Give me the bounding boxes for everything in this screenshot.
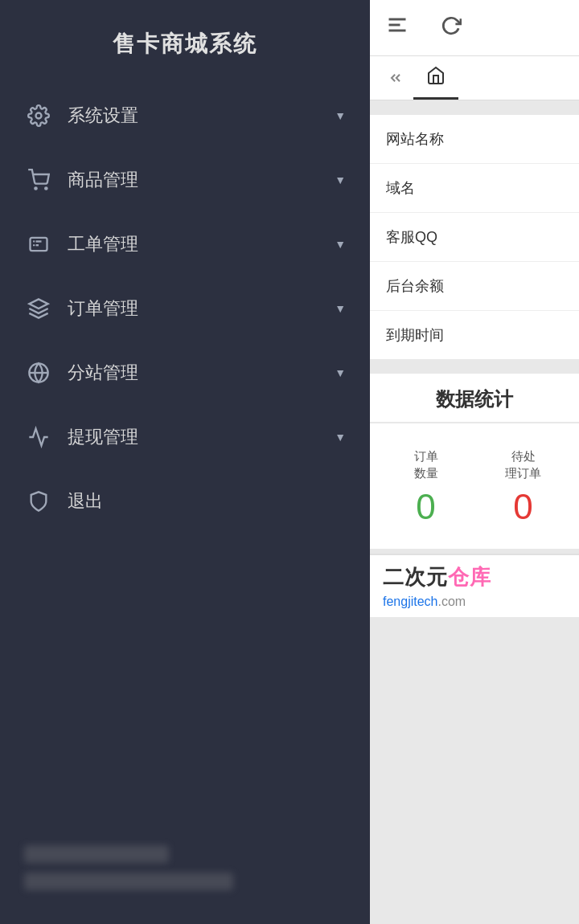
shield-icon: [24, 487, 53, 516]
svg-marker-8: [29, 299, 47, 309]
stat-value-pending-orders: 0: [513, 489, 532, 525]
svg-point-7: [33, 244, 35, 246]
sidebar-item-ticket-management[interactable]: 工单管理 ▼: [0, 212, 370, 276]
info-row-qq: 客服QQ: [370, 213, 579, 262]
tab-home[interactable]: [413, 56, 458, 100]
sidebar-item-logout-label: 退出: [68, 489, 346, 513]
stat-value-order-count: 0: [416, 489, 435, 525]
info-row-domain: 域名: [370, 164, 579, 213]
stat-label-pending-orders: 待处 理订单: [505, 448, 541, 481]
content-area: 网站名称 域名 客服QQ 后台余额 到期时间 数据统计 订单: [370, 100, 579, 924]
info-label-qq: 客服QQ: [386, 227, 437, 247]
app-title: 售卡商城系统: [0, 0, 370, 84]
right-panel: 网站名称 域名 客服QQ 后台余额 到期时间 数据统计 订单: [370, 0, 579, 924]
sidebar-footer: [0, 829, 370, 908]
refresh-icon[interactable]: [441, 15, 462, 41]
gear-icon: [24, 101, 53, 130]
chevron-down-icon: ▼: [335, 431, 346, 444]
sidebar: 售卡商城系统 系统设置 ▼ 商品管理 ▼: [0, 0, 370, 924]
stat-card-order-count: 订单 数量 0: [378, 440, 474, 533]
watermark-main-text: 二次元仓库: [383, 563, 491, 591]
info-row-balance: 后台余额: [370, 262, 579, 311]
info-label-balance: 后台余额: [386, 276, 444, 296]
info-label-domain: 域名: [386, 178, 415, 198]
svg-point-2: [45, 187, 47, 189]
sidebar-item-branch-management[interactable]: 分站管理 ▼: [0, 341, 370, 405]
chevron-down-icon: ▼: [335, 109, 346, 122]
stat-card-pending-orders: 待处 理订单 0: [475, 440, 571, 533]
sidebar-item-withdrawal-management-label: 提现管理: [68, 425, 326, 449]
stat-label-order-count: 订单 数量: [414, 448, 438, 481]
watermark-sub-text: fengjitech.com: [383, 595, 466, 609]
chevron-down-icon: ▼: [335, 174, 346, 186]
chevron-down-icon: ▼: [335, 238, 346, 251]
stats-title: 数据统计: [370, 374, 579, 422]
sidebar-item-system-settings-label: 系统设置: [68, 104, 326, 128]
chevron-down-icon: ▼: [335, 302, 346, 315]
menu-icon[interactable]: [386, 14, 409, 42]
chevron-down-icon: ▼: [335, 366, 346, 379]
sidebar-footer-blur-2: [24, 873, 233, 890]
sidebar-item-product-management-label: 商品管理: [68, 168, 326, 192]
stats-grid: 订单 数量 0 待处 理订单 0: [370, 423, 579, 549]
tab-back-button[interactable]: [378, 56, 413, 100]
info-label-expiry: 到期时间: [386, 325, 444, 345]
layers-icon: [24, 294, 53, 323]
info-table: 网站名称 域名 客服QQ 后台余额 到期时间: [370, 115, 579, 359]
sidebar-item-logout[interactable]: 退出: [0, 469, 370, 534]
sidebar-item-branch-management-label: 分站管理: [68, 361, 326, 385]
svg-point-1: [35, 187, 36, 189]
info-row-website-name: 网站名称: [370, 115, 579, 164]
toolbar: [370, 0, 579, 56]
svg-point-0: [36, 113, 42, 119]
globe-icon: [24, 358, 53, 387]
pulse-icon: [24, 423, 53, 452]
cart-icon: [24, 166, 53, 194]
ticket-icon: [24, 230, 53, 259]
sidebar-item-order-management-label: 订单管理: [68, 296, 326, 321]
sidebar-item-system-settings[interactable]: 系统设置 ▼: [0, 84, 370, 148]
info-label-website-name: 网站名称: [386, 129, 444, 149]
watermark-banner: 二次元仓库 fengjitech.com: [370, 554, 579, 617]
home-icon: [426, 66, 446, 90]
sidebar-item-product-management[interactable]: 商品管理 ▼: [0, 148, 370, 212]
sidebar-item-ticket-management-label: 工单管理: [68, 232, 326, 256]
tab-row: [370, 56, 579, 100]
sidebar-footer-blur-1: [24, 845, 169, 863]
sidebar-item-order-management[interactable]: 订单管理 ▼: [0, 276, 370, 341]
sidebar-item-withdrawal-management[interactable]: 提现管理 ▼: [0, 405, 370, 469]
info-row-expiry: 到期时间: [370, 311, 579, 359]
stats-section: 数据统计 订单 数量 0 待处 理订单 0: [370, 366, 579, 549]
svg-point-6: [33, 240, 35, 242]
